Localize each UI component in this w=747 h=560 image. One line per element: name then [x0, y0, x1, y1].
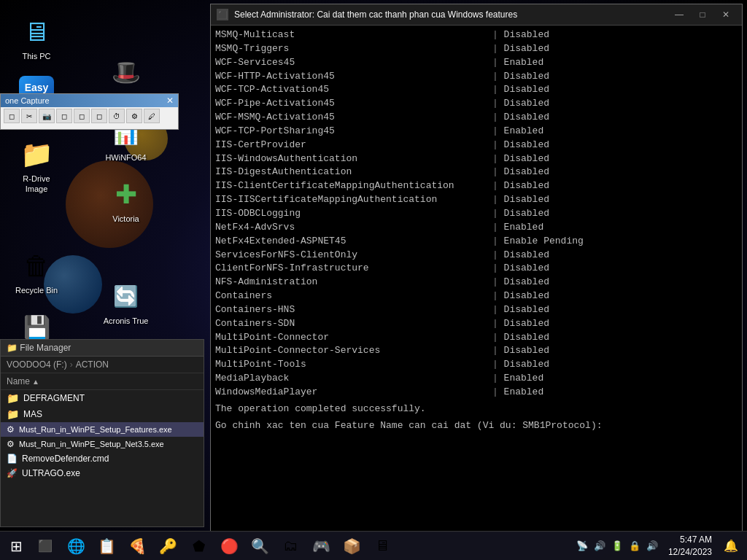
desktop-icon-rdrive[interactable]: 📁 R-Drive Image [7, 133, 66, 197]
taskbar-app-5[interactable]: ⬟ [184, 532, 213, 560]
capture-btn-8[interactable]: ⚙ [126, 109, 142, 123]
cmd-status: Enabled [504, 56, 544, 70]
cmd-line: MediaPlayback | Enabled [215, 372, 738, 386]
taskbar-app-4[interactable]: 🔑 [153, 532, 182, 560]
tray-icon-vol[interactable]: 🔊 [645, 539, 659, 553]
file-item-ultrago[interactable]: 🚀 ULTRAGO.exe [1, 466, 204, 481]
taskbar-app-9[interactable]: 🎮 [306, 532, 336, 560]
taskbar-app-11[interactable]: 🖥 [368, 532, 397, 560]
cmd-status: Enabled [504, 372, 544, 386]
capture-btn-3[interactable]: 📷 [39, 109, 55, 123]
cmd-status: Disabled [504, 111, 549, 125]
app11-icon: 🖥 [375, 537, 390, 554]
cmd-line: WCF-Pipe-Activation45 | Disabled [215, 97, 738, 111]
start-button[interactable]: ⊞ [0, 532, 32, 561]
exe-icon-ultrago: 🚀 [7, 468, 18, 478]
app6-icon: 🔴 [220, 537, 239, 555]
cmd-sep: | [492, 386, 504, 400]
taskbar-app-7[interactable]: 🔍 [245, 532, 274, 560]
capture-toolbar: ◻ ✂ 📷 ◻ ◻ ◻ ⏱ ⚙ 🖊 [1, 107, 178, 125]
cmd-status: Disabled [504, 42, 549, 56]
tray-icon-4[interactable]: 🔒 [627, 539, 642, 553]
file-item-defragment[interactable]: 📁 DEFRAGMENT [1, 390, 204, 406]
breadcrumb-drive[interactable]: VOODOO4 (F:) [7, 359, 67, 370]
cmd-line: WCF-TCP-PortSharing45 | Enabled [215, 125, 738, 139]
tray-icon-1[interactable]: 📡 [575, 539, 589, 553]
cmd-sep: | [492, 289, 504, 303]
cmd-close-btn[interactable]: ✕ [716, 7, 736, 22]
chrome-icon: 🌐 [67, 537, 85, 555]
cmd-status: Disabled [504, 276, 549, 289]
cmd-minimize-btn[interactable]: — [669, 7, 689, 22]
notification-icon[interactable]: 🔔 [721, 532, 741, 561]
capture-btn-4[interactable]: ◻ [56, 109, 72, 123]
cmd-line: WCF-TCP-Activation45 | Disabled [215, 83, 738, 97]
taskbar-app-3[interactable]: 🍕 [123, 532, 152, 560]
recycle-label: Recycle Bin [15, 286, 58, 295]
cmd-maximize-btn[interactable]: □ [692, 7, 713, 22]
hwinfo-label: HWiNFO64 [105, 153, 146, 163]
cmd-sep: | [492, 221, 504, 235]
capture-title: one Capture [5, 96, 50, 105]
tray-icon-3[interactable]: 🔋 [610, 539, 624, 553]
cmd-prompt-msg: Go chinh xac ten cua Feature Name can ca… [215, 419, 738, 433]
cmd-feature: MultiPoint-Connector-Services [215, 344, 492, 358]
breadcrumb-folder[interactable]: ACTION [76, 359, 109, 370]
cmd-feature: WCF-TCP-PortSharing45 [215, 125, 492, 139]
capture-btn-6[interactable]: ◻ [91, 109, 107, 123]
taskbar-app-6[interactable]: 🔴 [214, 532, 244, 560]
cmd-status: Enable Pending [504, 235, 584, 249]
acronis-label: Acronis True [104, 316, 149, 326]
file-item-mas[interactable]: 📁 MAS [1, 406, 204, 422]
cmd-feature: WindowsMediaPlayer [215, 386, 492, 400]
taskbar-app-2[interactable]: 📋 [92, 532, 121, 560]
this-pc-label: This PC [22, 52, 50, 61]
app3-icon: 🍕 [128, 537, 147, 555]
capture-btn-5[interactable]: ◻ [74, 109, 90, 123]
app10-icon: 📦 [343, 537, 361, 555]
desktop-icon-victoria[interactable]: ✚ Victoria [97, 174, 155, 228]
file-item-setup-features[interactable]: ⚙ Must_Run_in_WinPE_Setup_Features.exe [1, 422, 204, 437]
cmd-status: Disabled [504, 358, 549, 372]
desktop-icon-acronis[interactable]: 🔄 Acronis True [97, 276, 155, 330]
file-item-removedefender[interactable]: 📄 RemoveDefender.cmd [1, 451, 204, 466]
capture-btn-1[interactable]: ◻ [4, 109, 20, 123]
tray-icon-2[interactable]: 🔊 [592, 539, 607, 553]
taskbar-clock[interactable]: 5:47 AM 12/24/2023 [664, 534, 716, 559]
cmd-icon-defender: 📄 [7, 454, 18, 464]
cmd-feature: ClientForNFS-Infrastructure [215, 262, 492, 276]
cmd-line: IIS-DigestAuthentication | Disabled [215, 166, 738, 179]
desktop: 🖥 This PC EasyUEFI EasyUEFI 📁 R-Drive Im… [0, 0, 747, 560]
cmd-feature: IIS-CertProvider [215, 139, 492, 152]
cmd-sep: | [492, 139, 504, 152]
cmd-sep: | [492, 70, 504, 84]
taskbar-apps: 🌐 📋 🍕 🔑 ⬟ 🔴 🔍 🗂 🎮 📦 🖥 [61, 532, 397, 560]
cmd-status: Disabled [504, 152, 549, 166]
taskbar-app-chrome[interactable]: 🌐 [61, 532, 90, 560]
file-name-defragment: DEFRAGMENT [23, 393, 85, 403]
capture-btn-2[interactable]: ✂ [21, 109, 37, 123]
taskbar-app-10[interactable]: 📦 [337, 532, 366, 560]
taskbar-app-8[interactable]: 🗂 [276, 532, 305, 560]
app4-icon: 🔑 [159, 537, 177, 555]
capture-close-btn[interactable]: ✕ [166, 96, 174, 106]
cmd-feature: WCF-TCP-Activation45 [215, 83, 492, 97]
taskbar-search[interactable]: ⬛ [32, 532, 58, 561]
capture-btn-9[interactable]: 🖊 [144, 109, 160, 123]
exe-icon-net: ⚙ [7, 439, 15, 449]
cmd-status: Disabled [504, 262, 549, 276]
cmd-sep: | [492, 42, 504, 56]
file-panel-header: 📁 File Manager [1, 340, 204, 357]
app8-icon: 🗂 [283, 537, 298, 554]
file-panel: 📁 File Manager VOODOO4 (F:) › ACTION Nam… [0, 339, 204, 527]
cmd-line: WCF-HTTP-Activation45 | Disabled [215, 70, 738, 84]
file-item-setup-net[interactable]: ⚙ Must_Run_in_WinPE_Setup_Net3.5.exe [1, 437, 204, 451]
desktop-icon-this-pc[interactable]: 🖥 This PC [7, 11, 66, 65]
desktop-icon-recycle[interactable]: 🗑 Recycle Bin [7, 245, 66, 299]
breadcrumb: VOODOO4 (F:) › ACTION [1, 357, 204, 373]
cmd-feature: IIS-ODBCLogging [215, 207, 492, 221]
capture-btn-7[interactable]: ⏱ [109, 109, 125, 123]
cmd-line: NetFx4Extended-ASPNET45 | Enable Pending [215, 235, 738, 249]
cmd-status: Disabled [504, 83, 549, 97]
start-icon: ⊞ [10, 537, 23, 555]
